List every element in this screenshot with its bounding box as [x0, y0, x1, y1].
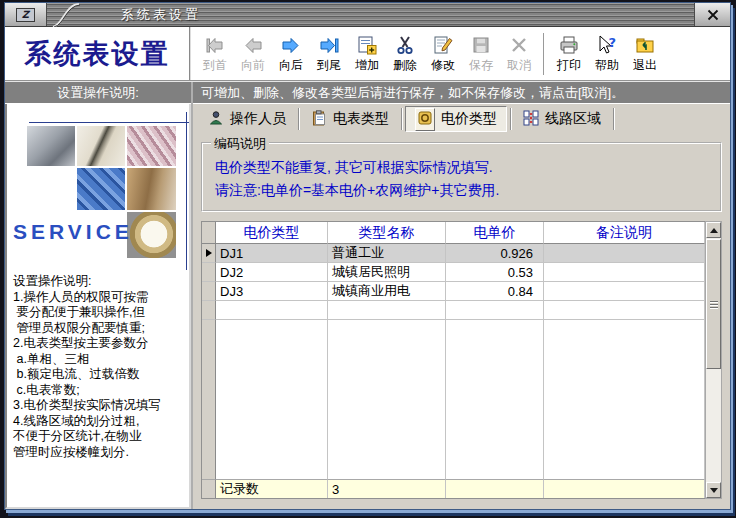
current-row-indicator [202, 244, 216, 263]
cell-notes[interactable] [544, 263, 705, 282]
cell-unit-price[interactable]: 0.926 [446, 244, 544, 263]
scrollbar-thumb[interactable] [706, 239, 721, 369]
delete-label: 删除 [393, 57, 417, 74]
record-count-value: 3 [328, 479, 446, 498]
delete-button[interactable]: 删除 [386, 30, 424, 78]
delete-icon [394, 34, 416, 56]
title-bar: Z 系统表设置 [5, 3, 730, 27]
nav-prev-label: 向前 [241, 57, 265, 74]
coding-notes-groupbox: 编码说明 电价类型不能重复, 其它可根据实际情况填写. 请注意:电单价=基本电价… [201, 142, 722, 212]
scrollbar-track[interactable] [706, 369, 721, 482]
table-row[interactable]: DJ1 普通工业 0.926 [202, 244, 705, 263]
nav-last-icon [318, 34, 340, 56]
tab-price-types-label: 电价类型 [441, 110, 497, 128]
exit-button[interactable]: 退出 [626, 30, 664, 78]
nav-prev-icon [242, 34, 264, 56]
cell-notes[interactable] [544, 244, 705, 263]
scroll-down-icon [710, 488, 718, 493]
tab-bar: 操作人员 电表类型 电价类型 [193, 104, 730, 134]
titlebar-swoosh-left [51, 3, 81, 27]
add-button[interactable]: 增加 [348, 30, 386, 78]
cell-price-type[interactable]: DJ2 [216, 263, 328, 282]
nav-next-button[interactable]: 向后 [272, 30, 310, 78]
edit-button[interactable]: 修改 [424, 30, 462, 78]
window-body: 设置操作说明: SERVICE 设置操作说明: 1.操作人员的权限可按需 要分配… [5, 82, 730, 509]
column-header-price-type[interactable]: 电价类型 [216, 222, 328, 244]
window-menu-button[interactable]: Z [5, 3, 47, 26]
status-message: 可增加、删除、修改各类型后请进行保存，如不保存修改，请点击[取消]。 [193, 82, 730, 104]
help-label: 帮助 [595, 57, 619, 74]
sidebar-header: 设置操作说明: [5, 82, 191, 104]
tab-operators[interactable]: 操作人员 [199, 106, 295, 132]
vertical-scrollbar[interactable] [705, 221, 722, 499]
row-indicator-header [202, 222, 216, 244]
grid-header-row: 电价类型 类型名称 电单价 备注说明 [202, 222, 705, 244]
nav-last-button[interactable]: 到尾 [310, 30, 348, 78]
hardware-photo [127, 168, 176, 210]
edit-label: 修改 [431, 57, 455, 74]
add-label: 增加 [355, 57, 379, 74]
tools-photo [27, 126, 75, 166]
setup-instructions-text: 设置操作说明: 1.操作人员的权限可按需 要分配便于兼职操作,但 管理员权限分配… [13, 274, 187, 460]
groupbox-title: 编码说明 [211, 135, 269, 153]
cell-type-name[interactable]: 普通工业 [328, 244, 446, 263]
area-map-icon [523, 110, 539, 129]
cell-type-name[interactable]: 城镇商业用电 [328, 282, 446, 301]
nav-first-icon [204, 34, 226, 56]
cell-unit-price[interactable]: 0.53 [446, 263, 544, 282]
tab-content: 编码说明 电价类型不能重复, 其它可根据实际情况填写. 请注意:电单价=基本电价… [193, 134, 730, 509]
column-header-unit-price[interactable]: 电单价 [446, 222, 544, 244]
save-icon [470, 34, 492, 56]
help-icon: ? [596, 34, 618, 56]
app-window: Z 系统表设置 系统表设置 到首 向 [4, 2, 731, 510]
clipboard-icon [311, 110, 327, 129]
sidebar-panel: SERVICE 设置操作说明: 1.操作人员的权限可按需 要分配便于兼职操作,但… [5, 104, 191, 509]
table-row[interactable]: DJ2 城镇居民照明 0.53 [202, 263, 705, 282]
cell-price-type[interactable]: DJ3 [216, 282, 328, 301]
window-title: 系统表设置 [121, 6, 201, 24]
tab-operators-label: 操作人员 [230, 110, 286, 128]
tab-meter-types[interactable]: 电表类型 [302, 106, 398, 132]
add-icon [356, 34, 378, 56]
exit-icon [634, 34, 656, 56]
column-header-type-name[interactable]: 类型名称 [328, 222, 446, 244]
toolbar-separator [543, 33, 545, 75]
column-header-notes[interactable]: 备注说明 [544, 222, 705, 244]
cell-price-type[interactable]: DJ1 [216, 244, 328, 263]
cell-unit-price[interactable]: 0.84 [446, 282, 544, 301]
help-button[interactable]: ? 帮助 [588, 30, 626, 78]
table-row[interactable]: DJ3 城镇商业用电 0.84 [202, 282, 705, 301]
tab-separator [298, 108, 299, 130]
tab-separator [613, 108, 614, 130]
tab-price-types[interactable]: 电价类型 [405, 106, 507, 132]
record-count-row: 记录数 3 [202, 479, 705, 498]
record-count-label: 记录数 [216, 479, 328, 498]
keyboard-photo [77, 168, 125, 210]
header-bar: 系统表设置 到首 向前 向后 [5, 27, 730, 82]
pen-photo [77, 126, 125, 166]
cancel-label: 取消 [507, 57, 531, 74]
scrollbar-up-button[interactable] [706, 222, 721, 238]
scrollbar-down-button[interactable] [706, 482, 721, 498]
collage-line-vertical [186, 112, 187, 270]
close-icon [707, 9, 719, 21]
print-button[interactable]: 打印 [550, 30, 588, 78]
price-type-grid: 电价类型 类型名称 电单价 备注说明 DJ1 普通工业 0.926 [201, 221, 705, 499]
cancel-icon [508, 34, 530, 56]
cancel-button: 取消 [500, 30, 538, 78]
cell-type-name[interactable]: 城镇居民照明 [328, 263, 446, 282]
tab-line-areas[interactable]: 线路区域 [514, 106, 610, 132]
close-button[interactable] [694, 3, 730, 26]
page-title: 系统表设置 [5, 27, 191, 80]
price-jar-icon [415, 108, 435, 131]
save-button: 保存 [462, 30, 500, 78]
price-type-grid-wrap: 电价类型 类型名称 电单价 备注说明 DJ1 普通工业 0.926 [201, 221, 722, 499]
cell-notes[interactable] [544, 282, 705, 301]
tab-meter-types-label: 电表类型 [333, 110, 389, 128]
row-indicator [202, 263, 216, 282]
save-label: 保存 [469, 57, 493, 74]
print-label: 打印 [557, 57, 581, 74]
edit-icon [432, 34, 454, 56]
main-panel: 可增加、删除、修改各类型后请进行保存，如不保存修改，请点击[取消]。 操作人员 … [193, 82, 730, 509]
row-indicator [202, 282, 216, 301]
